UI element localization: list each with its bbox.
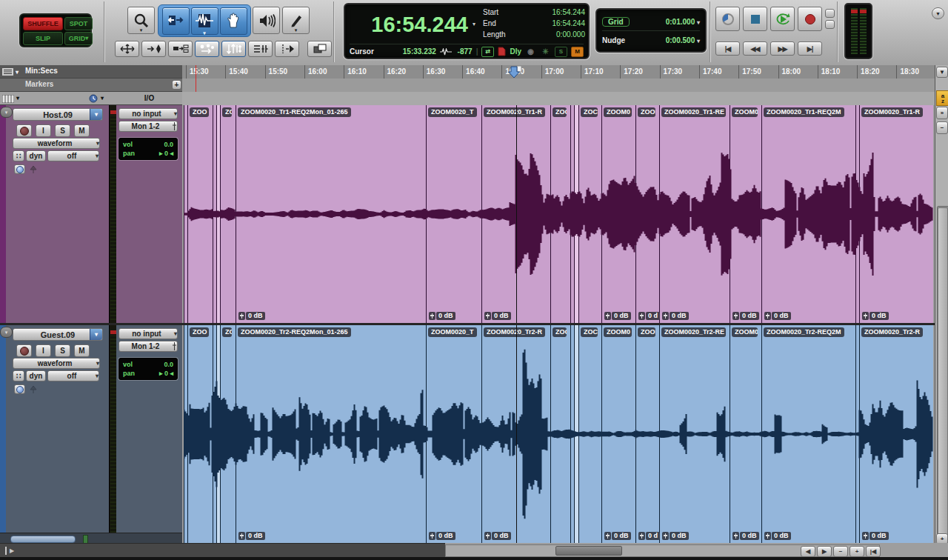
smart-tool-group[interactable]: ▾ ▾: [158, 4, 251, 37]
record-button[interactable]: [798, 7, 822, 31]
vol-value[interactable]: 0.0: [164, 360, 173, 369]
length-value[interactable]: 0:00.000: [556, 29, 585, 40]
input-monitor-button[interactable]: I: [36, 344, 51, 357]
elastic-audio-plugin-button[interactable]: ∷: [13, 370, 24, 381]
clip-gain-badge[interactable]: 0 dB: [429, 532, 455, 540]
zoom-tool-dropdown[interactable]: ▾: [140, 27, 143, 33]
clip-gain-badge[interactable]: 0 dB: [238, 532, 265, 540]
vertical-scroll-thumb[interactable]: [938, 207, 948, 560]
clip-gain-badge[interactable]: 0 dB: [429, 312, 455, 320]
mode-shuffle-button[interactable]: SHUFFLE: [23, 17, 63, 30]
horizontal-zoom-out-button[interactable]: −: [833, 546, 848, 557]
record-arm-button[interactable]: [16, 344, 32, 357]
track-view-selector[interactable]: waveform▾: [13, 138, 100, 149]
zoom-toggle-button[interactable]: [115, 41, 139, 57]
ruler-dropdown-icon[interactable]: ▾: [16, 69, 19, 76]
audio-clip[interactable]: ZOO: [550, 105, 572, 323]
dyn-button[interactable]: dyn: [26, 370, 46, 381]
track-name-host[interactable]: Host.09 ▾: [13, 108, 103, 121]
audio-clip[interactable]: ZOOM0020_Tr2-RE0 dB: [659, 325, 731, 543]
io-column-header[interactable]: I/O: [116, 94, 182, 102]
expand-transport-icon[interactable]: ▶: [5, 547, 17, 555]
vertical-zoom-out-button[interactable]: −: [936, 121, 948, 134]
stop-button[interactable]: [743, 7, 767, 31]
solo-button[interactable]: S: [55, 344, 70, 357]
audio-clip[interactable]: ZOOM00 dB: [730, 105, 763, 323]
output-selector[interactable]: Mon 1-2: [118, 121, 178, 132]
audio-clip[interactable]: ZOOM0020_Tr2-REQ2M0 dB: [761, 325, 857, 543]
markers-label[interactable]: Markers: [25, 80, 53, 88]
timeline-ruler[interactable]: 15:3015:4015:5016:0016:1016:2016:3016:40…: [182, 65, 935, 105]
start-value[interactable]: 16:54.244: [553, 7, 586, 18]
nudge-value-dropdown[interactable]: ▾: [697, 38, 700, 44]
audio-clip[interactable]: ZOOM0020_T0 dB: [426, 105, 483, 323]
add-marker-button[interactable]: +: [172, 80, 181, 90]
automation-follows-edit-button[interactable]: [248, 41, 273, 57]
edit-lane-guest[interactable]: ZOOZCZOOM0020_Tr2-REQ2Mon_01-2650 dBZOOM…: [184, 325, 933, 543]
main-location-counter[interactable]: 16:54.244 ▾: [350, 7, 475, 41]
return-to-zero-button[interactable]: |◀: [715, 41, 740, 56]
transport-collapse-button[interactable]: [825, 20, 835, 29]
minsec-ruler-row[interactable]: 15:3015:4015:5016:0016:1016:2016:3016:40…: [182, 65, 935, 79]
elastic-audio-plugin-button[interactable]: ∷: [13, 150, 24, 161]
audio-clip[interactable]: ZOOM0020_Tr1-RE0 dB: [659, 105, 731, 323]
audio-clip[interactable]: ZC: [220, 105, 237, 323]
audio-clip[interactable]: ZOOM0020_Tr2-REQ2Mon_01-2650 dB: [236, 325, 427, 543]
track-columns-icon[interactable]: [2, 95, 14, 103]
audio-clip[interactable]: ZOOM0020_T0 dB: [426, 325, 483, 543]
automation-orb-button[interactable]: [14, 384, 25, 394]
tracklist-scroll-thumb[interactable]: [10, 536, 76, 543]
tab-to-transient-button[interactable]: [141, 41, 166, 57]
clip-gain-badge[interactable]: 0 d: [638, 312, 660, 320]
audio-clip[interactable]: ZOO: [550, 325, 572, 543]
elastic-audio-selector[interactable]: off▾: [47, 150, 99, 161]
record-arm-button[interactable]: [16, 124, 32, 137]
track-name-dropdown[interactable]: ▾: [90, 329, 102, 340]
clock-icon[interactable]: [89, 94, 98, 103]
zoom-tool-button[interactable]: ▾: [127, 7, 155, 34]
mute-button[interactable]: M: [74, 344, 90, 357]
audio-clip[interactable]: ZOOM0020_Tr1-R0 dB: [859, 105, 933, 323]
grabber-tool-dropdown[interactable]: ▾: [203, 30, 206, 36]
link-track-edit-button[interactable]: [195, 41, 219, 57]
clip-gain-badge[interactable]: 0 d: [638, 532, 660, 540]
play-button[interactable]: [770, 7, 795, 31]
transport-expand-button[interactable]: [825, 9, 835, 18]
clip-gain-badge[interactable]: 0 dB: [238, 312, 265, 320]
track-collapse-button[interactable]: ▾: [0, 107, 13, 118]
toolbar-menu-button[interactable]: ▾: [932, 7, 944, 19]
audio-zoom-button[interactable]: |◀: [866, 546, 881, 557]
vol-value[interactable]: 0.0: [164, 140, 173, 149]
track-height-button[interactable]: »: [936, 107, 948, 119]
audio-clip[interactable]: ZOOM00 dB: [601, 105, 637, 323]
pan-value[interactable]: ▸ 0 ◂: [159, 149, 173, 158]
columns-dropdown-icon[interactable]: ▾: [16, 95, 19, 101]
mirrored-editing-button[interactable]: [307, 41, 332, 57]
end-value[interactable]: 16:54.244: [553, 18, 586, 29]
mode-slip-button[interactable]: SLIP: [23, 32, 63, 45]
clip-gain-badge[interactable]: 0 dB: [764, 532, 791, 540]
audio-clip[interactable]: ZOOM0020_Tr1-REQ2M0 dB: [761, 105, 857, 323]
grabber-tool-button[interactable]: ▾: [220, 7, 247, 35]
audio-clip[interactable]: ZOC: [578, 325, 603, 543]
insertion-follows-playback-button[interactable]: [221, 41, 246, 57]
audio-clip[interactable]: ZC: [220, 325, 237, 543]
tracklist-scrollbar[interactable]: [0, 533, 182, 544]
elastic-audio-icon[interactable]: ✳: [540, 47, 551, 56]
clip-gain-badge[interactable]: 0 dB: [662, 532, 689, 540]
clip-gain-badge[interactable]: 0 dB: [862, 532, 889, 540]
keyboard-focus-button[interactable]: az: [936, 90, 948, 106]
dly-label[interactable]: Dly: [510, 47, 521, 56]
scroll-left-button[interactable]: ◀: [801, 546, 815, 557]
input-monitor-button[interactable]: I: [36, 124, 51, 137]
scroll-right-button[interactable]: ▶: [817, 546, 832, 557]
markers-ruler-row[interactable]: [182, 79, 935, 93]
timeline-insertion-icon[interactable]: ⇄: [481, 47, 494, 57]
pencil-tool-button[interactable]: ▾: [282, 7, 310, 34]
clip-gain-badge[interactable]: 0 dB: [764, 312, 791, 320]
clip-gain-badge[interactable]: 0 dB: [484, 532, 511, 540]
horizontal-zoom-in-button[interactable]: +: [849, 546, 864, 557]
output-selector[interactable]: Mon 1-2: [118, 341, 178, 352]
dly-page-icon[interactable]: [498, 47, 506, 56]
genre-circle-icon[interactable]: ◉: [525, 47, 536, 56]
